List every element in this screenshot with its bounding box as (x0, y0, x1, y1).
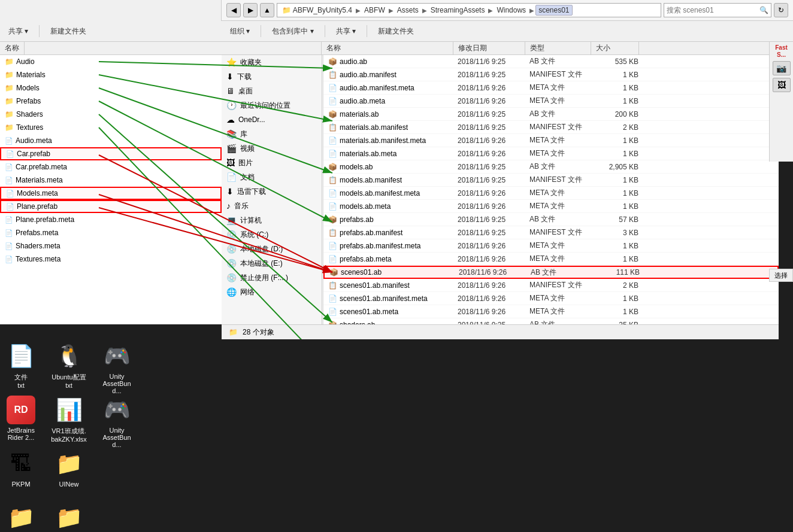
file-row-3[interactable]: 📄audio.ab.meta2018/11/6 9:26META 文件1 KB (323, 95, 779, 108)
file-row-14[interactable]: 📄prefabs.ab.manifest.meta2018/11/6 9:26M… (323, 239, 779, 253)
file-row-15[interactable]: 📄prefabs.ab.meta2018/11/6 9:26META 文件1 K… (323, 253, 779, 266)
file-row-2[interactable]: 📄audio.ab.manifest.meta2018/11/6 9:26MET… (323, 81, 779, 95)
tree-item-0[interactable]: 📁Audio (0, 55, 222, 68)
nav-item-15[interactable]: 💿禁止使用 (F:...) (222, 270, 323, 285)
nav-item-11[interactable]: 💻计算机 (222, 213, 323, 227)
tree-item-7[interactable]: 📄Car.prefab (0, 147, 222, 160)
file-row-12[interactable]: 📦prefabs.ab2018/11/6 9:25AB 文件57 KB (323, 213, 779, 226)
file-row-7[interactable]: 📄materials.ab.meta2018/11/6 9:26META 文件1… (323, 147, 779, 160)
file-icon-2: 📄 (328, 84, 337, 92)
up-button[interactable]: ▲ (260, 3, 274, 17)
breadcrumb-seg-2[interactable]: Assets (395, 5, 421, 15)
nav-item-14[interactable]: 💿本地磁盘 (E:) (222, 256, 323, 270)
new-folder-button[interactable]: 新建文件夹 (374, 25, 417, 38)
nav-item-12[interactable]: 💿系统 (C:) (222, 227, 323, 242)
address-box[interactable]: 📁 ABFW_ByUnity5.4 ▶ ABFW ▶ Assets ▶ Stre… (277, 3, 661, 17)
col-size-header[interactable]: 大小 (591, 42, 639, 54)
desktop-icon-jetbrains[interactable]: RDJetBrains Rider 2... (0, 393, 42, 443)
col-date-header[interactable]: 修改日期 (453, 42, 525, 54)
breadcrumb-seg-1[interactable]: ABFW (362, 5, 388, 15)
desktop-icon-uinew[interactable]: 📁UINew (48, 447, 90, 490)
file-row-17[interactable]: 📋scenes01.ab.manifest2018/11/6 9:26MANIF… (323, 279, 779, 292)
left-new-folder-button[interactable]: 新建文件夹 (47, 25, 90, 38)
desktop-icon-uidemo[interactable]: 📁UIDemo_5... (48, 501, 90, 532)
search-input[interactable] (667, 6, 759, 14)
file-list: 📦audio.ab2018/11/6 9:25AB 文件535 KB📋audio… (323, 55, 779, 324)
forward-button[interactable]: ▶ (243, 3, 258, 17)
back-button[interactable]: ◀ (226, 3, 241, 17)
nav-item-5[interactable]: 📚库 (222, 127, 323, 141)
tree-item-13[interactable]: 📄Prefabs.meta (0, 226, 222, 239)
file-row-10[interactable]: 📄models.ab.manifest.meta2018/11/6 9:26ME… (323, 187, 779, 200)
file-row-0[interactable]: 📦audio.ab2018/11/6 9:25AB 文件535 KB (323, 55, 779, 68)
share-button[interactable]: 共享 ▾ (332, 25, 359, 38)
nav-item-3[interactable]: 🕐最近访问的位置 (222, 98, 323, 113)
file-row-4[interactable]: 📦materials.ab2018/11/6 9:25AB 文件200 KB (323, 108, 779, 121)
tree-item-12[interactable]: 📄Plane.prefab.meta (0, 213, 222, 226)
file-row-5[interactable]: 📋materials.ab.manifest2018/11/6 9:25MANI… (323, 121, 779, 134)
nav-label-1: 下载 (237, 72, 252, 82)
breadcrumb-seg-5[interactable]: scenes01 (535, 5, 572, 16)
breadcrumb-seg-0[interactable]: 📁 ABFW_ByUnity5.4 (280, 5, 355, 15)
breadcrumb-seg-4[interactable]: Windows (494, 5, 528, 15)
file-icon-7: 📄 (328, 150, 337, 158)
desktop-icon-file-txt[interactable]: 📄文件 txt (0, 339, 42, 391)
desktop-icon-unity2[interactable]: 🎮Unity AssetBund... (96, 393, 138, 451)
tree-item-1[interactable]: 📁Materials (0, 68, 222, 81)
nav-item-16[interactable]: 🌐网络 (222, 285, 323, 299)
file-row-18[interactable]: 📄scenes01.ab.manifest.meta2018/11/6 9:26… (323, 292, 779, 305)
file-row-11[interactable]: 📄models.ab.meta2018/11/6 9:26META 文件1 KB (323, 200, 779, 213)
nav-item-1[interactable]: ⬇下载 (222, 69, 323, 84)
nav-item-10[interactable]: ♪音乐 (222, 199, 323, 213)
tree-item-11[interactable]: 📄Plane.prefab (0, 200, 222, 213)
nav-item-6[interactable]: 🎬视频 (222, 141, 323, 156)
tree-item-14[interactable]: 📄Shaders.meta (0, 239, 222, 253)
tree-item-3[interactable]: 📁Prefabs (0, 95, 222, 108)
file-row-20[interactable]: 📦shaders.ab2018/11/6 9:25AB 文件35 KB (323, 318, 779, 324)
nav-item-9[interactable]: ⬇迅雷下载 (222, 184, 323, 199)
tree-item-9[interactable]: 📄Materials.meta (0, 174, 222, 187)
desktop-icon-vr1-excel[interactable]: 📊VR1班成绩. bakZKY.xlsx (48, 393, 90, 445)
desktop-icon-kao-shi[interactable]: 📁Kao Shi Project(1)... (0, 501, 42, 532)
left-share-button[interactable]: 共享 ▾ (5, 25, 32, 38)
desktop-icon-label-unity2: Unity AssetBund... (98, 427, 135, 448)
nav-item-2[interactable]: 🖥桌面 (222, 84, 323, 98)
refresh-button[interactable]: ↻ (774, 3, 788, 17)
nav-item-8[interactable]: 📄文档 (222, 170, 323, 184)
file-row-1[interactable]: 📋audio.ab.manifest2018/11/6 9:25MANIFEST… (323, 68, 779, 81)
tree-item-4[interactable]: 📁Shaders (0, 108, 222, 121)
desktop-icon-ubuntu-config[interactable]: 🐧Ubuntu配置 txt (48, 339, 90, 391)
tree-item-2[interactable]: 📁Models (0, 81, 222, 95)
nav-item-0[interactable]: ⭐收藏夹 (222, 55, 323, 69)
tree-item-6[interactable]: 📄Audio.meta (0, 134, 222, 147)
include-library-button[interactable]: 包含到库中 ▾ (268, 25, 317, 38)
desktop-icon-img-uinew: 📁 (55, 449, 83, 478)
desktop-icon-unity-assetbund[interactable]: 🎮Unity AssetBund... (96, 339, 138, 397)
faststone-btn1[interactable]: 📷 (773, 61, 791, 75)
search-box[interactable]: 🔍 (664, 3, 771, 17)
col-type-header[interactable]: 类型 (525, 42, 591, 54)
file-size-18: 1 KB (595, 294, 643, 303)
file-row-6[interactable]: 📄materials.ab.manifest.meta2018/11/6 9:2… (323, 134, 779, 147)
desktop-icon-pkpm[interactable]: 🏗PKPM (0, 447, 42, 490)
tree-item-8[interactable]: 📄Car.prefab.meta (0, 160, 222, 174)
file-row-8[interactable]: 📦models.ab2018/11/6 9:25AB 文件2,905 KB (323, 160, 779, 174)
file-row-13[interactable]: 📋prefabs.ab.manifest2018/11/6 9:25MANIFE… (323, 226, 779, 239)
faststone-btn2[interactable]: 🖼 (773, 78, 791, 92)
select-button[interactable]: 选择 (769, 269, 793, 282)
file-row-9[interactable]: 📋models.ab.manifest2018/11/6 9:25MANIFES… (323, 174, 779, 187)
file-row-16[interactable]: 📦scenes01.ab2018/11/6 9:26AB 文件111 KB (323, 266, 779, 279)
file-row-19[interactable]: 📄scenes01.ab.meta2018/11/6 9:26META 文件1 … (323, 305, 779, 318)
nav-item-7[interactable]: 🖼图片 (222, 156, 323, 170)
file-name-text-13: prefabs.ab.manifest (340, 229, 402, 237)
file-date-9: 2018/11/6 9:25 (458, 176, 529, 184)
tree-item-15[interactable]: 📄Textures.meta (0, 253, 222, 266)
nav-item-13[interactable]: 💿本地磁盘 (D:) (222, 242, 323, 256)
nav-item-4[interactable]: ☁OneDr... (222, 113, 323, 127)
file-date-17: 2018/11/6 9:26 (458, 281, 529, 290)
tree-item-5[interactable]: 📁Textures (0, 121, 222, 134)
tree-item-10[interactable]: 📄Models.meta (0, 187, 222, 200)
organize-button[interactable]: 组织 ▾ (226, 25, 253, 38)
col-name-header[interactable]: 名称 (322, 42, 453, 54)
breadcrumb-seg-3[interactable]: StreamingAssets (428, 5, 488, 15)
